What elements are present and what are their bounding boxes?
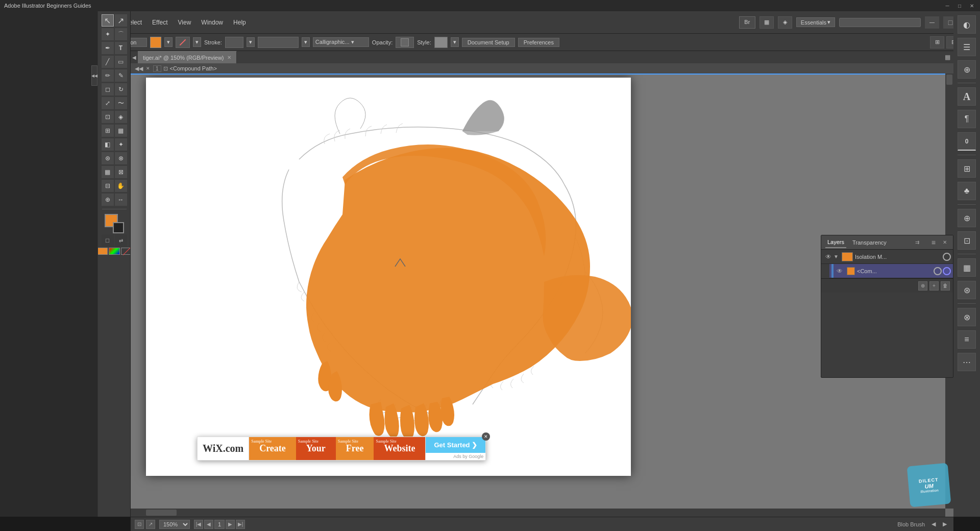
stroke-weight-btn[interactable]: ▾ xyxy=(247,37,255,47)
lasso-button[interactable]: ⌒ xyxy=(115,28,127,40)
more-panel-button[interactable]: ⋯ xyxy=(958,353,976,371)
menu-help[interactable]: Help xyxy=(229,17,250,28)
blend-button[interactable]: ⊛ xyxy=(102,152,114,164)
layer-row-isolation[interactable]: 👁 ▼ Isolation M... xyxy=(821,250,953,264)
stroke-weight-field[interactable] xyxy=(225,37,243,48)
mesh-button[interactable]: ▦ xyxy=(115,125,127,137)
pencil-button[interactable]: ✎ xyxy=(115,69,127,82)
first-page-btn[interactable]: |◀ xyxy=(194,520,203,529)
brushes-panel-button[interactable]: ⊗ xyxy=(958,308,976,326)
make-sublayer-btn[interactable]: ⊕ xyxy=(918,281,927,291)
perspective-button[interactable]: ⊞ xyxy=(102,125,114,137)
eyedropper-button[interactable]: ✦ xyxy=(115,138,127,151)
menu-effect[interactable]: Effect xyxy=(148,17,172,28)
visibility-icon-2[interactable]: 👁 xyxy=(835,268,845,275)
ad-create-button[interactable]: Sample Site Create xyxy=(249,437,296,460)
appearance-panel-button[interactable]: ≡ xyxy=(958,330,976,349)
pan-button[interactable]: ↔ xyxy=(115,194,127,206)
symbol-button[interactable]: ⊗ xyxy=(115,152,127,164)
minimize-button[interactable]: ─ xyxy=(943,2,951,10)
color-mode-btn[interactable] xyxy=(98,248,108,255)
document-setup-button[interactable]: Document Setup xyxy=(462,38,515,47)
panel-menu-button[interactable]: ≡ xyxy=(932,238,936,247)
layers-tab[interactable]: Layers xyxy=(825,237,846,248)
pen-tool-button[interactable]: ✒ xyxy=(102,42,114,54)
graph-button[interactable]: ▦ xyxy=(102,166,114,178)
variable-width-btn[interactable]: ▾ xyxy=(302,37,310,47)
properties-panel-button[interactable]: ☰ xyxy=(958,38,976,56)
variable-width-field[interactable] xyxy=(258,37,299,48)
stroke-color-swatch[interactable] xyxy=(176,37,190,48)
type-panel-button[interactable]: A xyxy=(958,87,976,106)
expand-arrow-icon[interactable]: ▼ xyxy=(834,254,839,259)
rectangle-button[interactable]: ▭ xyxy=(115,56,127,68)
free-transform-button[interactable]: ⊡ xyxy=(102,111,114,123)
none-mode-btn[interactable] xyxy=(121,248,131,255)
hand-button[interactable]: ✋ xyxy=(115,180,127,192)
ad-website-button[interactable]: Sample Site Website xyxy=(374,437,425,460)
opacity-field[interactable] xyxy=(396,37,414,48)
bridge-button[interactable]: Br xyxy=(739,16,755,29)
menu-window[interactable]: Window xyxy=(197,17,227,28)
horizontal-scrollbar[interactable] xyxy=(131,509,945,517)
scroll-left-tab[interactable]: ◀ xyxy=(131,51,138,63)
h-scroll-thumb[interactable] xyxy=(146,510,177,516)
last-page-btn[interactable]: ▶| xyxy=(236,520,245,529)
tab-close-button[interactable]: ✕ xyxy=(227,55,231,60)
char-style-button[interactable]: 0 xyxy=(958,132,976,151)
scale-button[interactable]: ⤢ xyxy=(102,97,114,109)
style-btn[interactable]: ▾ xyxy=(451,37,459,47)
symbols-panel-button[interactable]: ⊛ xyxy=(958,281,976,299)
fill-options-btn[interactable]: ▾ xyxy=(164,37,173,47)
prev-page-btn[interactable]: ◀ xyxy=(204,520,213,529)
v-scroll-thumb[interactable] xyxy=(946,75,952,85)
artboard[interactable]: WiX.com Sample Site Create Sample Site Y… xyxy=(146,78,631,476)
color-panel-button[interactable]: ◐ xyxy=(958,15,976,34)
get-started-button[interactable]: Get Started ❯ xyxy=(426,437,485,453)
slice-button[interactable]: ⊟ xyxy=(102,180,114,192)
line-segment-button[interactable]: ╱ xyxy=(102,56,114,68)
search-input[interactable] xyxy=(839,18,921,27)
transparency-tab[interactable]: Transparency xyxy=(850,237,889,248)
swatches-panel-button[interactable]: ▦ xyxy=(958,258,976,277)
delete-layer-btn[interactable]: 🗑 xyxy=(941,281,950,291)
eraser-button[interactable]: ◻ xyxy=(102,83,114,95)
rotate-button[interactable]: ↻ xyxy=(115,83,127,95)
type-tool-button[interactable]: T xyxy=(115,42,127,54)
close-button[interactable]: ✕ xyxy=(968,2,976,10)
ad-free-button[interactable]: Sample Site Free xyxy=(336,437,374,460)
scroll-left-btn[interactable]: ◀ xyxy=(929,520,938,529)
magic-wand-button[interactable]: ✦ xyxy=(102,28,114,40)
artboards-panel-button[interactable]: ⊡ xyxy=(958,231,976,250)
gradient-mode-btn[interactable] xyxy=(109,248,120,255)
style-field[interactable] xyxy=(434,37,448,48)
panel-expand-btn[interactable]: ⇉ xyxy=(915,239,919,245)
swap-colors-btn[interactable]: ⇄ xyxy=(115,234,127,247)
align-panel-button[interactable]: ⊞ xyxy=(958,159,976,178)
status-icon-2[interactable]: ↗ xyxy=(146,520,155,529)
layer-row-compound[interactable]: 👁 <Com... xyxy=(829,264,953,278)
ad-your-button[interactable]: Sample Site Your xyxy=(296,437,336,460)
transform-panel-button[interactable]: ♣ xyxy=(958,182,976,200)
layers-panel-button[interactable]: ⊕ xyxy=(958,209,976,227)
arrange-doc-btn[interactable]: ▦ xyxy=(941,51,953,63)
shape-builder-button[interactable]: ◈ xyxy=(115,111,127,123)
workspace-dropdown[interactable]: Essentials ▾ xyxy=(796,17,835,27)
zoom-panel-button[interactable]: ⊕ xyxy=(958,60,976,79)
none-color-btn[interactable]: ☐ xyxy=(102,234,114,247)
panel-close-btn[interactable]: ✕ xyxy=(941,238,949,247)
zoom-button[interactable]: ⊕ xyxy=(102,194,114,206)
breadcrumb-collapse-btn[interactable]: ◀◀ xyxy=(135,65,143,72)
selection-tool-button[interactable]: ↖ xyxy=(102,14,114,27)
preferences-button[interactable]: Preferences xyxy=(518,38,559,47)
arrange-docs-btn[interactable]: ⊞ xyxy=(930,36,944,49)
restore-button[interactable]: □ xyxy=(955,2,964,10)
paragraph-panel-button[interactable]: ¶ xyxy=(958,110,976,128)
artboard-button[interactable]: ⊠ xyxy=(115,166,127,178)
visibility-icon[interactable]: 👁 xyxy=(823,253,834,260)
background-color-swatch[interactable] xyxy=(113,222,124,233)
warp-button[interactable]: 〜 xyxy=(115,97,127,109)
gradient-button[interactable]: ◧ xyxy=(102,138,114,151)
stroke-options-btn[interactable]: ▾ xyxy=(193,37,201,47)
fill-color-swatch[interactable] xyxy=(150,37,161,48)
